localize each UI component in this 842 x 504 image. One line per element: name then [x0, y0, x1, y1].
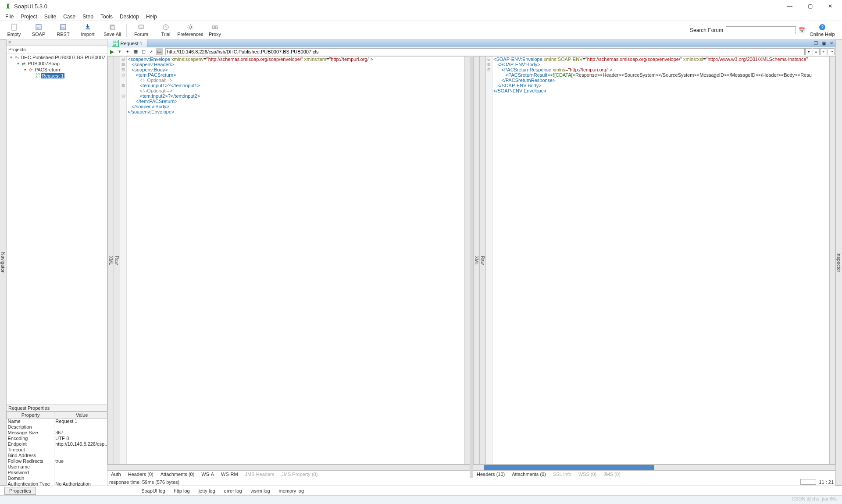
tb-import[interactable]: Import: [75, 21, 100, 39]
table-row[interactable]: Follow Redirectstrue: [7, 458, 107, 464]
toggle-button-2[interactable]: ◻: [140, 48, 147, 55]
pane-tab[interactable]: JMS Property (0): [278, 471, 321, 478]
req-xml-tab[interactable]: XML: [108, 57, 114, 464]
table-row[interactable]: NameRequest 1: [7, 419, 107, 424]
toggle-button-1[interactable]: ▦: [132, 48, 139, 55]
response-time-label: response time: 59ms (576 bytes): [109, 479, 179, 485]
pane-tab[interactable]: JMS (0): [600, 471, 624, 478]
svg-rect-7: [139, 25, 144, 28]
pane-tab[interactable]: JMS Headers: [242, 471, 278, 478]
endpoint-opts-button[interactable]: ⋯: [828, 48, 835, 55]
table-row[interactable]: Password: [7, 470, 107, 476]
endpoint-address-input[interactable]: [165, 48, 805, 55]
toggle-button-3[interactable]: ⤢: [148, 48, 155, 55]
properties-table[interactable]: PropertyValue NameRequest 1DescriptionMe…: [7, 412, 107, 486]
tab-close-icon[interactable]: ✕: [828, 39, 835, 47]
pane-tab[interactable]: Attachments (0): [157, 471, 198, 478]
log-tab[interactable]: SoapUI log: [137, 487, 169, 495]
endpoint-dropdown-button[interactable]: ▾: [805, 48, 812, 55]
endpoint-btn-1[interactable]: ≡: [813, 48, 820, 55]
table-row[interactable]: Domain: [7, 476, 107, 481]
menu-help[interactable]: Help: [143, 14, 161, 20]
stop-dropdown-button[interactable]: ▾: [116, 48, 123, 55]
log-tab[interactable]: wsrm log: [246, 487, 275, 495]
search-forum-input[interactable]: [726, 26, 796, 34]
menu-file[interactable]: File: [2, 14, 17, 20]
svg-rect-10: [212, 26, 214, 28]
tb-rest[interactable]: REREST: [51, 21, 75, 39]
toggle-button-4[interactable]: ▭: [156, 48, 163, 55]
run-button[interactable]: ▶: [108, 48, 115, 55]
tb-empty[interactable]: Empty: [2, 21, 26, 39]
menu-desktop[interactable]: Desktop: [116, 14, 143, 20]
table-row[interactable]: EncodingUTF-8: [7, 436, 107, 441]
tb-help[interactable]: ?Online Help: [808, 21, 837, 39]
log-tab[interactable]: jetty log: [194, 487, 220, 495]
tree-operation[interactable]: ▾⟳PACSreturn: [7, 67, 107, 73]
minimize-button[interactable]: —: [780, 0, 800, 12]
pane-tab[interactable]: Headers (0): [125, 471, 157, 478]
req-hscroll[interactable]: [107, 465, 470, 470]
tb-proxy[interactable]: Proxy: [203, 21, 227, 39]
forum-icon: [138, 24, 145, 31]
log-tab[interactable]: http log: [170, 487, 194, 495]
response-xml-viewer[interactable]: <SOAP-ENV:Envelope xmlns:SOAP-ENV="http:…: [492, 57, 829, 464]
pane-tab[interactable]: SSL Info: [549, 471, 575, 478]
request-icon: SOAP: [35, 73, 41, 78]
status-box: [800, 479, 816, 485]
pane-tab[interactable]: Auth: [107, 471, 125, 478]
pane-tab[interactable]: WSS (0): [575, 471, 600, 478]
tab-max-icon[interactable]: ▣: [820, 39, 828, 47]
navigator-sidebar-tab[interactable]: Navigator: [0, 39, 7, 486]
request-xml-editor[interactable]: <soapenv:Envelope xmlns:soapenv="http://…: [127, 57, 464, 464]
add-assertion-button[interactable]: ✦: [124, 48, 131, 55]
pane-tab[interactable]: WS-RM: [218, 471, 242, 478]
log-tab[interactable]: memory log: [275, 487, 308, 495]
menu-suite[interactable]: Suite: [41, 14, 60, 20]
tree-request[interactable]: SOAPRequest 1: [7, 73, 107, 79]
tab-restore-icon[interactable]: ❐: [812, 39, 820, 47]
pane-tab[interactable]: Attachments (0): [508, 471, 549, 478]
req-vscroll[interactable]: [464, 57, 470, 464]
maximize-button[interactable]: ▢: [800, 0, 820, 12]
properties-tab[interactable]: Properties: [4, 487, 36, 495]
tb-saveall[interactable]: Save All: [100, 21, 125, 39]
window-title: SoapUI 5.3.0: [14, 3, 47, 10]
menu-case[interactable]: Case: [60, 14, 79, 20]
pane-tab[interactable]: Headers (10): [473, 471, 508, 478]
main-toolbar: Empty SOSOAP REREST Import Save All Foru…: [0, 21, 842, 39]
res-hscroll[interactable]: [473, 465, 835, 470]
pane-tab[interactable]: WS-A: [198, 471, 218, 478]
log-tab[interactable]: error log: [220, 487, 246, 495]
project-tree[interactable]: ▾🗀DHC.Published.PUB0007.BS.PUB0007 ▾⇄PUB…: [7, 53, 107, 405]
tree-project[interactable]: ▾🗀DHC.Published.PUB0007.BS.PUB0007: [7, 54, 107, 60]
table-row[interactable]: Bind Address: [7, 453, 107, 458]
table-row[interactable]: Description: [7, 424, 107, 430]
tree-interface[interactable]: ▾⇄PUB0007Soap: [7, 60, 107, 67]
menu-step[interactable]: Step: [79, 14, 97, 20]
document-tab[interactable]: SOAP Request 1: [107, 39, 147, 47]
tb-forum[interactable]: Forum: [129, 21, 153, 39]
table-row[interactable]: Authentication TypeNo Authorization: [7, 481, 107, 486]
tb-soap[interactable]: SOSOAP: [26, 21, 51, 39]
table-row[interactable]: Username: [7, 464, 107, 470]
watermark: CSDN @chu_jian86a: [792, 496, 838, 501]
endpoint-add-button[interactable]: +: [820, 48, 827, 55]
splitter[interactable]: [470, 56, 473, 478]
res-raw-tab[interactable]: Raw: [480, 57, 486, 464]
table-row[interactable]: Message Size367: [7, 430, 107, 436]
res-vscroll[interactable]: [829, 57, 835, 464]
tb-trial[interactable]: Trial: [153, 21, 178, 39]
res-xml-tab[interactable]: XML: [474, 57, 480, 464]
req-raw-tab[interactable]: Raw: [114, 57, 120, 464]
tb-preferences[interactable]: Preferences: [178, 21, 203, 39]
svg-text:RE: RE: [61, 26, 65, 29]
close-button[interactable]: ✕: [820, 0, 840, 12]
panel-opts-icon[interactable]: ≡: [8, 39, 11, 45]
table-row[interactable]: Endpointhttp://10.146.8.226/csp...: [7, 441, 107, 447]
menu-project[interactable]: Project: [17, 14, 40, 20]
table-row[interactable]: Timeout: [7, 447, 107, 453]
menu-tools[interactable]: Tools: [97, 14, 116, 20]
inspector-sidebar-tab[interactable]: Inspector: [835, 39, 842, 486]
search-cal-icon[interactable]: 📅: [799, 27, 805, 33]
